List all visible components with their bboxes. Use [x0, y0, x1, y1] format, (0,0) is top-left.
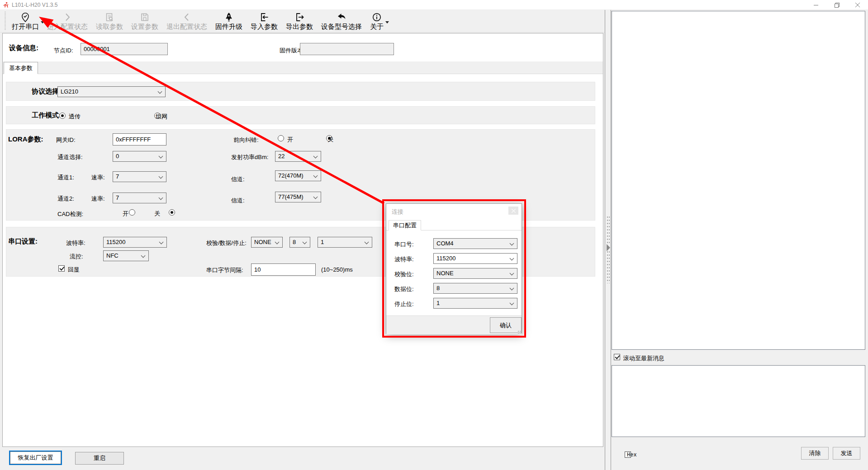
freq2-label: 信道: [231, 197, 245, 205]
import-icon [259, 11, 269, 23]
exit-config-button[interactable]: 退出配置状态 [162, 10, 211, 32]
interval-hint: (10~250)ms [321, 266, 353, 273]
echo-label: 回显 [68, 266, 80, 274]
node-id-field[interactable]: 00000001 [81, 43, 168, 55]
firmware-field[interactable] [300, 43, 394, 55]
node-id-label: 节点ID: [54, 47, 73, 55]
flow-label: 流控: [70, 253, 83, 261]
channel-select[interactable]: 0 [113, 151, 166, 162]
about-button[interactable]: 关于 [366, 10, 388, 32]
channel1-label: 通道1: [57, 174, 74, 182]
channel2-rate-select[interactable]: 7 [113, 193, 166, 203]
device-info-title: 设备信息: [9, 44, 38, 52]
receive-area[interactable] [612, 11, 865, 350]
window-title: L101-L-H20 V1.3.5 [12, 2, 57, 8]
info-icon [372, 11, 382, 23]
device-model-select-button[interactable]: 设备型号选择 [317, 10, 366, 32]
export-params-button[interactable]: 导出参数 [282, 10, 317, 32]
dialog-title: 连接 [392, 208, 403, 216]
restore-button[interactable] [826, 0, 847, 10]
rate2-label: 速率: [91, 195, 105, 203]
resize-grip[interactable] [517, 330, 521, 334]
toolbar-grip[interactable] [5, 12, 6, 30]
radio-fec-off-label: 关 [327, 136, 333, 144]
restore-factory-button[interactable]: 恢复出厂设置 [10, 451, 61, 464]
baud-select[interactable]: 115200 [103, 237, 167, 248]
com-port-select[interactable]: COM4 [433, 238, 517, 249]
clear-button[interactable]: 清除 [801, 447, 829, 460]
hex-label: Hex [627, 452, 637, 458]
tx-power-select[interactable]: 22 [275, 151, 321, 162]
send-area[interactable] [612, 365, 865, 437]
channel2-label: 通道2: [57, 195, 74, 203]
close-button[interactable] [847, 0, 868, 10]
dialog-footer: 确认 [386, 315, 522, 334]
channel2-freq-select[interactable]: 77(475M) [275, 192, 321, 202]
dialog-close-button[interactable] [508, 207, 518, 215]
splitter[interactable] [605, 10, 611, 470]
minimize-button[interactable] [806, 0, 826, 10]
databits-select[interactable]: 8 [289, 237, 310, 248]
work-mode-section: 工作模式: 透传 组网 [6, 106, 595, 124]
parity-select[interactable]: NONE [251, 237, 283, 248]
protocol-select[interactable]: LG210 [57, 86, 166, 97]
radio-network-label: 组网 [156, 113, 167, 121]
lora-title: LORA参数: [8, 135, 43, 144]
send-button[interactable]: 发送 [833, 447, 860, 460]
radio-transparent-mode[interactable] [59, 113, 66, 119]
undo-arrow-icon [337, 11, 346, 23]
gateway-id-label: 网关ID: [56, 136, 76, 144]
dlg-baud-label: 波特率: [394, 255, 414, 263]
scroll-latest-checkbox[interactable] [614, 354, 620, 360]
dropdown-caret-icon[interactable] [385, 21, 389, 24]
dlg-stopbits-select[interactable]: 1 [433, 298, 517, 309]
gateway-id-field[interactable]: 0xFFFFFFFF [113, 133, 166, 146]
tx-power-label: 发射功率dBm: [231, 153, 268, 161]
protocol-section: 协议选择: LG210 [6, 82, 595, 101]
save-icon [140, 11, 150, 23]
scroll-latest-label: 滚动至最新消息 [623, 354, 664, 362]
chevron-right-icon [62, 11, 72, 23]
firmware-upgrade-button[interactable]: 固件升级 [211, 10, 247, 32]
dlg-baud-select[interactable]: 115200 [433, 253, 517, 264]
radio-cad-off-label: 关 [154, 210, 160, 218]
radio-cad-off[interactable] [169, 209, 175, 216]
rate1-label: 速率: [91, 174, 105, 182]
flow-select[interactable]: NFC [103, 250, 149, 261]
write-params-button[interactable]: 设置参数 [127, 10, 162, 32]
parity-data-stop-label: 校验/数据/停止: [206, 239, 247, 247]
dlg-databits-select[interactable]: 8 [433, 283, 517, 294]
channel1-freq-select[interactable]: 72(470M) [275, 170, 321, 181]
radio-fec-on-label: 开 [287, 136, 293, 144]
splitter-collapse-icon[interactable] [607, 244, 610, 251]
serial-title: 串口设置: [8, 237, 38, 246]
com-port-label: 串口号: [394, 240, 414, 249]
import-params-button[interactable]: 导入参数 [247, 10, 282, 32]
export-icon [294, 11, 304, 23]
radio-fec-on[interactable] [278, 135, 284, 141]
dialog-tab-serial-config[interactable]: 串口配置 [389, 220, 421, 230]
channel-select-label: 通道选择: [57, 153, 83, 161]
dlg-parity-label: 校验位: [394, 270, 414, 278]
interval-label: 串口字节间隔: [206, 266, 243, 274]
dlg-parity-select[interactable]: NONE [433, 268, 517, 279]
rocket-icon [224, 11, 234, 23]
radio-cad-on[interactable] [129, 209, 135, 216]
chevron-left-icon [182, 11, 192, 23]
enter-config-button[interactable]: 进入配置状态 [43, 10, 92, 32]
stopbits-select[interactable]: 1 [318, 237, 372, 248]
titlebar: L101-L-H20 V1.3.5 [0, 0, 868, 10]
interval-field[interactable]: 10 [251, 263, 316, 276]
radio-transparent-label: 透传 [69, 113, 81, 121]
tab-strip: 基本参数 [3, 61, 603, 74]
echo-checkbox[interactable] [58, 265, 65, 272]
radio-cad-on-label: 开 [123, 210, 128, 218]
restart-button[interactable]: 重启 [75, 452, 124, 465]
confirm-button[interactable]: 确认 [490, 317, 522, 333]
tab-basic-params[interactable]: 基本参数 [4, 62, 38, 74]
read-params-button[interactable]: 读取参数 [92, 10, 127, 32]
fec-label: 前向纠错: [233, 136, 259, 144]
open-serial-button[interactable]: 打开串口 [8, 10, 43, 32]
work-mode-title: 工作模式: [32, 111, 61, 120]
channel1-rate-select[interactable]: 7 [113, 171, 166, 182]
